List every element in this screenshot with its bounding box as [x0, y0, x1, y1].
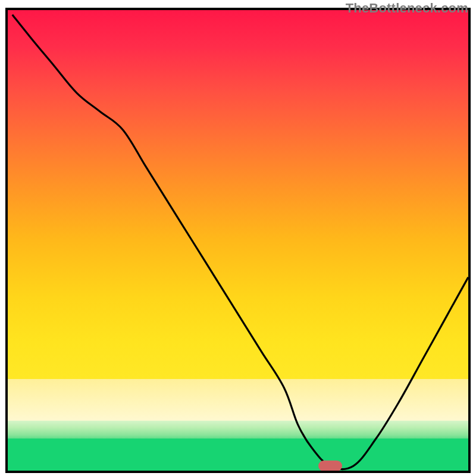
optimal-marker — [318, 461, 342, 471]
chart-frame: TheBottleneck.com — [5, 8, 471, 473]
watermark-text: TheBottleneck.com — [346, 1, 468, 16]
plot-area — [8, 10, 468, 471]
bottleneck-curve — [8, 10, 468, 471]
